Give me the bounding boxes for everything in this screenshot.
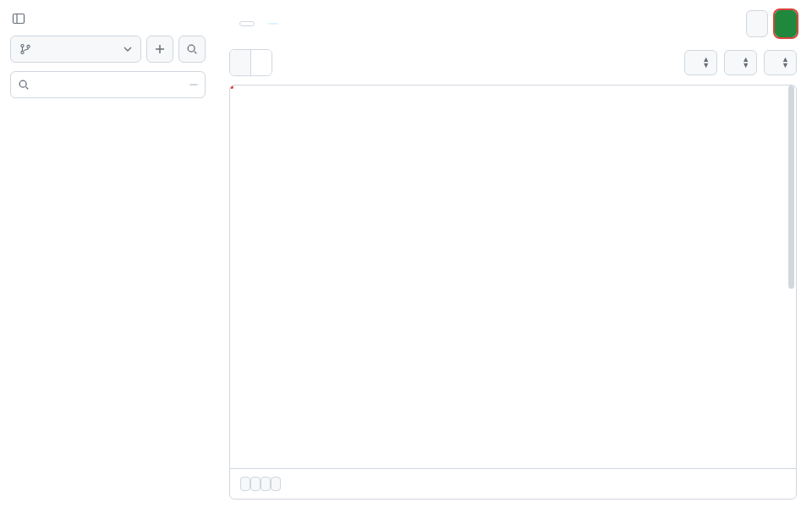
svg-point-4	[27, 45, 30, 47]
sort-icon: ▲▼	[782, 57, 789, 69]
sidebar-header	[10, 12, 206, 25]
svg-line-6	[195, 52, 197, 54]
wrap-select[interactable]: ▲▼	[764, 50, 797, 75]
search-kbd-hint	[189, 84, 198, 86]
code-area[interactable]	[230, 86, 796, 468]
search-icon	[18, 79, 30, 91]
go-to-file-input[interactable]	[10, 71, 206, 98]
indent-mode-select[interactable]: ▲▼	[684, 50, 717, 75]
code-highlight	[230, 86, 233, 89]
svg-rect-0	[14, 14, 25, 24]
edit-preview-toggle	[229, 49, 272, 76]
tab-edit[interactable]	[230, 50, 251, 75]
sidebar-collapse-icon[interactable]	[12, 12, 25, 25]
go-to-file-field[interactable]	[36, 79, 183, 91]
search-icon	[186, 43, 198, 55]
editor-toolbar: ▲▼ ▲▼ ▲▼	[229, 49, 797, 76]
add-file-button[interactable]	[146, 36, 173, 63]
git-branch-icon	[19, 43, 31, 55]
commit-highlight	[775, 10, 797, 37]
svg-point-2	[21, 44, 24, 47]
breadcrumb	[229, 21, 278, 26]
tab-preview[interactable]	[251, 50, 272, 75]
svg-point-7	[19, 80, 26, 87]
sort-icon: ▲▼	[702, 57, 710, 69]
branch-selector[interactable]	[10, 36, 141, 63]
file-sidebar	[0, 0, 216, 508]
main-pane: ▲▼ ▲▼ ▲▼	[216, 0, 812, 508]
filename-input[interactable]	[239, 21, 255, 26]
branch-badge	[268, 23, 278, 25]
header-row	[229, 10, 797, 37]
cancel-button[interactable]	[746, 10, 768, 37]
commit-button[interactable]	[775, 10, 797, 37]
plus-icon	[154, 43, 166, 55]
svg-point-5	[188, 45, 195, 52]
keyboard-hint	[230, 468, 796, 499]
search-button[interactable]	[178, 36, 206, 63]
caret-down-icon	[123, 45, 132, 53]
sort-icon: ▲▼	[742, 57, 749, 69]
svg-point-3	[21, 51, 24, 53]
indent-size-select[interactable]: ▲▼	[724, 50, 757, 75]
editor	[229, 85, 797, 500]
scrollbar[interactable]	[788, 86, 794, 289]
svg-line-8	[26, 87, 29, 90]
